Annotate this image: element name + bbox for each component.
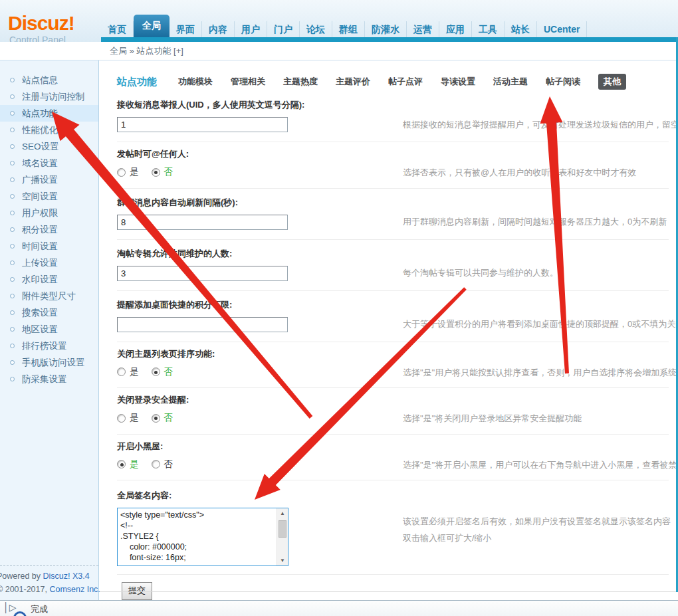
radio-icon[interactable]	[152, 367, 160, 376]
field-input-3[interactable]	[117, 266, 288, 281]
tab-6[interactable]: 活动主题	[493, 76, 528, 88]
radio-option[interactable]: 否	[152, 412, 186, 424]
bullet-icon	[10, 327, 15, 332]
scroll-up-icon[interactable]: ▲	[277, 508, 288, 518]
field-label: 关闭登录安全提醒:	[117, 394, 669, 406]
nav-item-2[interactable]: 界面	[170, 21, 202, 37]
radio-icon[interactable]	[152, 460, 160, 468]
discuz-version-link[interactable]: Discuz! X3.4	[43, 571, 89, 581]
nav-item-6[interactable]: 论坛	[300, 21, 332, 37]
radio-icon[interactable]	[117, 168, 126, 177]
sidebar-item-13[interactable]: 附件类型尺寸	[0, 288, 98, 304]
sidebar-item-label: 手机版访问设置	[22, 357, 85, 369]
sidebar-item-11[interactable]: 上传设置	[0, 255, 98, 271]
sidebar-item-15[interactable]: 地区设置	[0, 321, 98, 338]
copyright-line: © 2001-2017, Comsenz Inc.	[0, 583, 98, 596]
nav-item-0[interactable]: 首页	[101, 21, 134, 37]
radio-icon[interactable]	[152, 168, 160, 177]
scroll-thumb[interactable]	[279, 520, 286, 538]
tab-5[interactable]: 导读设置	[441, 76, 475, 88]
field-label: 关闭主题列表页排序功能:	[117, 348, 669, 360]
sidebar-item-10[interactable]: 时间设置	[0, 238, 98, 255]
signature-textarea[interactable]: <style type="text/css"> <!-- .STYLE2 { c…	[117, 508, 288, 566]
nav-item-12[interactable]: 站长	[505, 21, 537, 37]
sidebar-item-label: 域名设置	[22, 157, 58, 169]
bullet-icon	[10, 377, 15, 381]
radio-option[interactable]: 否	[152, 366, 186, 378]
bullet-icon	[10, 194, 15, 199]
sidebar-item-0[interactable]: 站点信息	[0, 72, 98, 88]
radio-icon[interactable]	[117, 367, 126, 376]
tab-3[interactable]: 主题评价	[336, 76, 370, 88]
sidebar-item-7[interactable]: 空间设置	[0, 188, 98, 205]
sidebar-item-9[interactable]: 积分设置	[0, 221, 98, 238]
sidebar-item-1[interactable]: 注册与访问控制	[0, 88, 98, 105]
nav-item-9[interactable]: 运营	[407, 21, 439, 37]
tab-4[interactable]: 帖子点评	[388, 76, 423, 88]
tip-line: 根据接收的短消息举报提醒用户，可及时处理发送垃圾短信的用户，留空表示不启用短消息…	[403, 119, 678, 131]
field-control: 是否选择"是"用户将只能按默认排序查看，否则，用户自选排序将会增加系统压力。	[117, 367, 669, 379]
scroll-down-icon[interactable]: ▼	[277, 556, 288, 565]
tab-8[interactable]: 其他	[598, 74, 626, 90]
sidebar-item-18[interactable]: 防采集设置	[0, 371, 98, 387]
radio-option[interactable]: 否	[152, 459, 186, 470]
tab-1[interactable]: 管理相关	[231, 76, 265, 88]
nav-item-3[interactable]: 内容	[202, 21, 235, 37]
sidebar-item-6[interactable]: 广播设置	[0, 171, 98, 188]
field-input-2[interactable]	[117, 215, 288, 230]
radio-icon[interactable]	[152, 414, 160, 423]
bullet-icon	[10, 94, 15, 99]
tab-7[interactable]: 帖子阅读	[546, 76, 580, 88]
field-input-0[interactable]	[117, 117, 288, 132]
sidebar-item-16[interactable]: 排行榜设置	[0, 338, 98, 354]
sidebar: 站点信息注册与访问控制站点功能性能优化SEO设置域名设置广播设置空间设置用户权限…	[0, 60, 99, 600]
radio-option[interactable]: 是	[117, 366, 152, 378]
sidebar-item-17[interactable]: 手机版访问设置	[0, 354, 98, 371]
radio-option[interactable]: 是	[117, 412, 152, 424]
bullet-icon	[10, 277, 15, 282]
radio-icon[interactable]	[117, 414, 126, 423]
tip-line: 选择"是"用户将只能按默认排序查看，否则，用户自选排序将会增加系统压力。	[403, 367, 678, 379]
form-row-1: 发帖时可@任何人:是否选择否表示，只有被@人在用户的收听列表和好友中时才有效	[117, 142, 669, 189]
tabs: 功能模块管理相关主题热度主题评价帖子点评导读设置活动主题帖子阅读其他	[178, 74, 626, 90]
sidebar-item-14[interactable]: 搜索设置	[0, 304, 98, 321]
sidebar-item-2[interactable]: 站点功能	[0, 105, 98, 122]
nav-item-8[interactable]: 防灌水	[365, 21, 407, 37]
radio-option[interactable]: 否	[152, 166, 186, 178]
field-control: 用于群聊消息内容刷新，间隔时间越短对服务器压力越大，0为不刷新	[117, 215, 669, 230]
radio-option[interactable]: 是	[117, 166, 152, 178]
content-bottom-divider	[100, 591, 678, 592]
sidebar-item-label: 积分设置	[22, 224, 58, 236]
header: Discuz! Control Panel 首页全局界面内容用户门户论坛群组防灌…	[0, 0, 678, 42]
nav-item-7[interactable]: 群组	[332, 21, 365, 37]
status-text: 完成	[31, 603, 48, 615]
sidebar-item-3[interactable]: 性能优化	[0, 122, 98, 138]
sidebar-item-label: 防采集设置	[22, 373, 67, 385]
sidebar-item-label: 站点功能	[22, 108, 58, 120]
nav-item-5[interactable]: 门户	[267, 21, 300, 37]
tab-2[interactable]: 主题热度	[283, 76, 318, 88]
radio-icon[interactable]	[117, 460, 126, 468]
sidebar-item-4[interactable]: SEO设置	[0, 138, 98, 155]
field-tip: 用于群聊消息内容刷新，间隔时间越短对服务器压力越大，0为不刷新	[403, 216, 667, 228]
nav-item-4[interactable]: 用户	[235, 21, 267, 37]
field-input-4[interactable]	[117, 317, 288, 332]
sidebar-item-8[interactable]: 用户权限	[0, 205, 98, 221]
nav-item-10[interactable]: 应用	[439, 21, 472, 37]
radio-option[interactable]: 是	[117, 459, 152, 470]
bullet-icon	[10, 177, 15, 182]
status-cursor-icon: │▷	[3, 602, 17, 613]
form-row-0: 接收短消息举报人(UID，多人使用英文逗号分隔):根据接收的短消息举报提醒用户，…	[117, 91, 669, 142]
nav-item-13[interactable]: UCenter	[537, 21, 587, 37]
sidebar-item-5[interactable]: 域名设置	[0, 155, 98, 171]
radio-group: 是否	[117, 167, 185, 177]
nav-item-11[interactable]: 工具	[472, 21, 505, 37]
textarea-scrollbar[interactable]: ▲▼	[277, 508, 288, 565]
tip-line: 每个淘帖专辑可以共同参与维护的人数。	[403, 267, 558, 279]
field-label: 开启小黑屋:	[117, 441, 669, 453]
sidebar-item-label: 站点信息	[22, 74, 58, 86]
comsenz-link[interactable]: Comsenz Inc.	[49, 585, 100, 594]
nav-item-1[interactable]: 全局	[134, 15, 170, 37]
sidebar-item-12[interactable]: 水印设置	[0, 271, 98, 288]
tab-0[interactable]: 功能模块	[178, 76, 213, 88]
